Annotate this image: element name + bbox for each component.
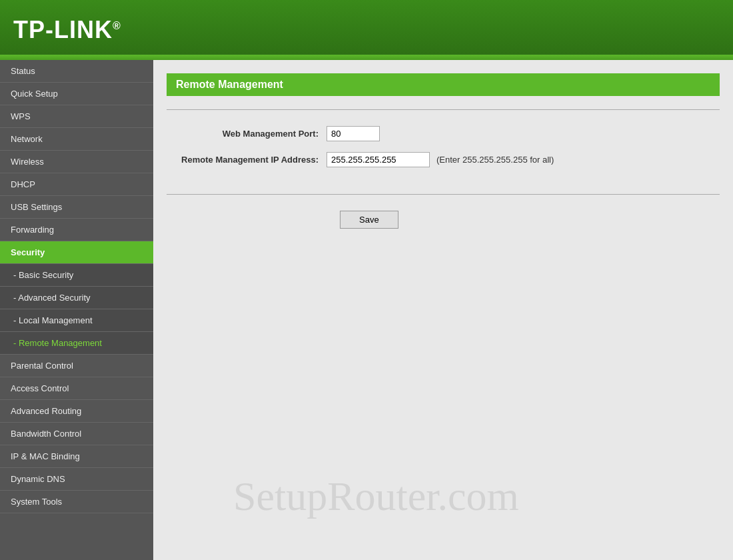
sidebar-item-advanced-routing[interactable]: Advanced Routing [0, 400, 153, 423]
sidebar-item-advanced-security[interactable]: - Advanced Security [0, 287, 153, 309]
sidebar-item-local-management[interactable]: - Local Management [0, 309, 153, 332]
divider-top [167, 109, 720, 110]
sidebar-item-system-tools[interactable]: System Tools [0, 491, 153, 513]
ip-label: Remote Management IP Address: [167, 155, 327, 165]
sidebar-item-parental-control[interactable]: Parental Control [0, 355, 153, 377]
sidebar: StatusQuick SetupWPSNetworkWirelessDHCPU… [0, 60, 153, 560]
ip-row: Remote Management IP Address: (Enter 255… [167, 152, 720, 167]
main-content: Remote Management Web Management Port: R… [153, 60, 733, 560]
form-area: Web Management Port: Remote Management I… [167, 119, 720, 185]
sidebar-item-dhcp[interactable]: DHCP [0, 173, 153, 196]
ip-hint: (Enter 255.255.255.255 for all) [436, 155, 554, 165]
header: TP-LINK® [0, 0, 733, 60]
sidebar-item-usb-settings[interactable]: USB Settings [0, 196, 153, 219]
sidebar-item-remote-management[interactable]: - Remote Management [0, 332, 153, 355]
port-label: Web Management Port: [167, 129, 327, 139]
ip-input[interactable] [327, 152, 430, 167]
sidebar-item-wireless[interactable]: Wireless [0, 151, 153, 173]
layout: StatusQuick SetupWPSNetworkWirelessDHCPU… [0, 60, 733, 560]
logo: TP-LINK® [13, 16, 121, 44]
port-row: Web Management Port: [167, 126, 720, 141]
sidebar-item-basic-security[interactable]: - Basic Security [0, 264, 153, 287]
sidebar-item-bandwidth-control[interactable]: Bandwidth Control [0, 423, 153, 445]
sidebar-item-access-control[interactable]: Access Control [0, 377, 153, 400]
sidebar-item-ip-mac-binding[interactable]: IP & MAC Binding [0, 445, 153, 468]
sidebar-item-quick-setup[interactable]: Quick Setup [0, 83, 153, 105]
divider-bottom [167, 194, 720, 195]
sidebar-item-security[interactable]: Security [0, 241, 153, 264]
page-title: Remote Management [167, 73, 720, 96]
save-button[interactable]: Save [340, 211, 398, 229]
logo-text: TP-LINK [13, 16, 113, 43]
sidebar-item-wps[interactable]: WPS [0, 105, 153, 128]
port-input[interactable] [327, 126, 380, 141]
sidebar-item-forwarding[interactable]: Forwarding [0, 219, 153, 241]
watermark: SetupRouter.com [233, 473, 519, 520]
logo-reg: ® [113, 20, 121, 31]
sidebar-item-dynamic-dns[interactable]: Dynamic DNS [0, 468, 153, 491]
sidebar-item-status[interactable]: Status [0, 60, 153, 83]
sidebar-item-network[interactable]: Network [0, 128, 153, 151]
